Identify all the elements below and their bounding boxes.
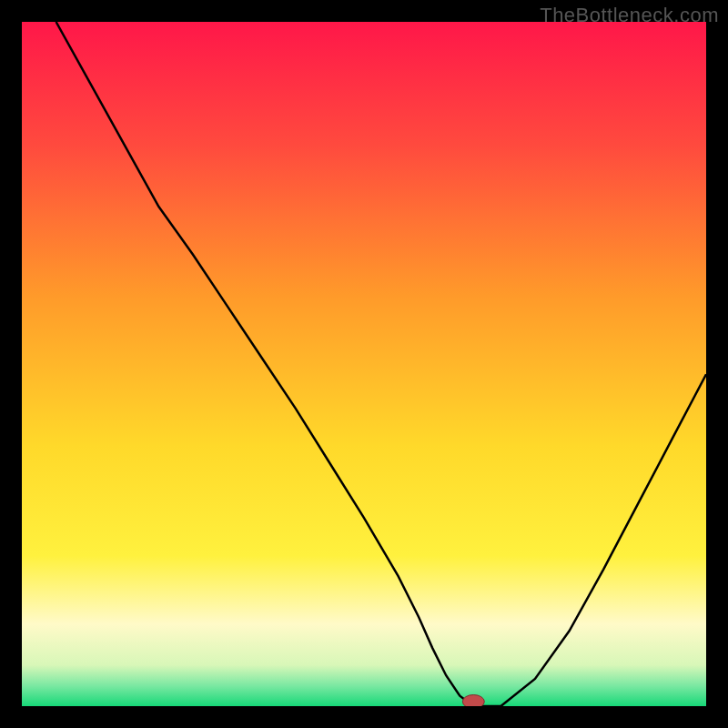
- plot-area: [22, 22, 706, 706]
- chart-svg: [22, 22, 706, 706]
- chart-frame: TheBottleneck.com: [0, 0, 728, 728]
- optimal-point-marker: [462, 695, 484, 707]
- gradient-background: [22, 22, 706, 706]
- watermark-text: TheBottleneck.com: [540, 4, 719, 27]
